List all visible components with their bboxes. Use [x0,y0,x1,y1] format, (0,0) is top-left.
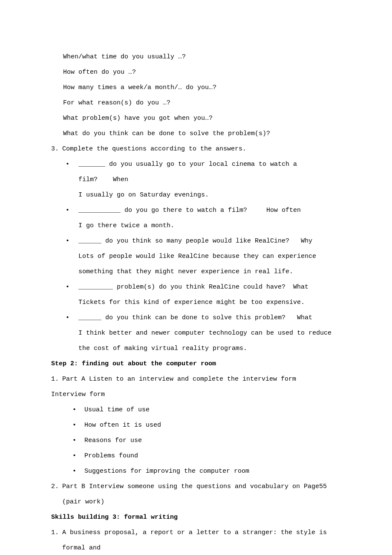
number-text: A business proposal, a report or a lette… [62,525,341,555]
bullet-content: ______ do you think can be done to solve… [78,310,341,356]
bullet-content: ______ do you think so many people would… [78,234,341,280]
number-marker: 1. [51,372,62,387]
skills-3-heading: Skills building 3: formal writing [51,510,341,525]
bullet-marker: • [63,234,78,249]
bullet-marker: • [70,402,84,418]
bullet-marker: • [70,464,84,479]
number-text: Complete the questions according to the … [62,142,341,157]
numbered-item-3: 3. Complete the questions according to t… [51,142,341,157]
fill-blank-question: ______ do you think so many people would… [78,237,289,245]
step-2-heading: Step 2: finding out about the computer r… [51,356,341,372]
list-item: • Usual time of use [70,402,341,418]
number-marker: 1. [51,525,62,541]
fill-blank-question: _______ do you usually go to your local … [78,161,297,183]
answer-line: I usually go on Saturday evenings. [78,188,341,203]
bullet-item: • ___________ do you go there to watch a… [63,203,341,234]
part-b-item: 2. Part B Interview someone using the qu… [51,479,341,510]
number-text: Part A Listen to an interview and comple… [62,372,341,387]
fill-blank-question: _________ problem(s) do you think RealCi… [78,283,285,291]
bullet-item: • ______ do you think so many people wou… [63,234,341,280]
bullet-marker: • [70,433,84,448]
fill-blank-answer: What [297,314,312,321]
fill-blank-answer: How often [266,207,301,214]
bullet-content: _______ do you usually go to your local … [78,157,341,203]
list-item: • Problems found [70,448,341,464]
question-line: What do you think can be done to solve t… [63,126,341,142]
fill-blank-answer: Why [301,237,312,245]
fill-blank-question: ______ do you think can be done to solve… [78,314,285,321]
list-item-text: Problems found [84,448,341,464]
skills-3-item: 1. A business proposal, a report or a le… [51,525,341,555]
bullet-item: • ______ do you think can be done to sol… [63,310,341,356]
list-item-text: How often it is used [84,418,341,433]
answer-line: I go there twice a month. [78,218,341,234]
bullet-marker: • [63,203,78,218]
list-item-text: Usual time of use [84,402,341,418]
bullet-marker: • [63,310,78,326]
interview-form-label: Interview form [51,387,341,402]
fill-blank-question: ___________ do you go there to watch a f… [78,207,247,214]
bullet-content: ___________ do you go there to watch a f… [78,203,341,234]
answer-line: Tickets for this kind of experience migh… [78,295,341,310]
question-line: When/what time do you usually …? [63,49,341,65]
list-item: • How often it is used [70,418,341,433]
bullet-item: • _______ do you usually go to your loca… [63,157,341,203]
bullet-marker: • [63,280,78,295]
question-line: How often do you …? [63,65,341,80]
bullet-item: • _________ problem(s) do you think Real… [63,280,341,310]
fill-blank-answer: When [113,176,128,183]
answer-line: Lots of people would like RealCine becau… [78,249,341,280]
number-text: Part B Interview someone using the quest… [62,479,341,510]
bullet-marker: • [70,418,84,433]
question-line: For what reason(s) do you …? [63,95,341,111]
question-line: What problem(s) have you got when you…? [63,111,341,126]
document-page: When/what time do you usually …? How oft… [0,0,392,555]
list-item-text: Suggestions for improving the computer r… [84,464,341,479]
list-item: • Reasons for use [70,433,341,448]
number-marker: 3. [51,142,62,157]
interview-form-list: • Usual time of use • How often it is us… [70,402,341,479]
list-item-text: Reasons for use [84,433,341,448]
bullet-marker: • [70,448,84,464]
question-line: How many times a week/a month/… do you…? [63,80,341,95]
answer-line: I think better and newer computer techno… [78,326,341,356]
bullet-content: _________ problem(s) do you think RealCi… [78,280,341,310]
fill-blank-answer: What [293,283,308,291]
number-marker: 2. [51,479,62,494]
list-item: • Suggestions for improving the computer… [70,464,341,479]
bullet-marker: • [63,157,78,172]
part-a-item: 1. Part A Listen to an interview and com… [51,372,341,387]
